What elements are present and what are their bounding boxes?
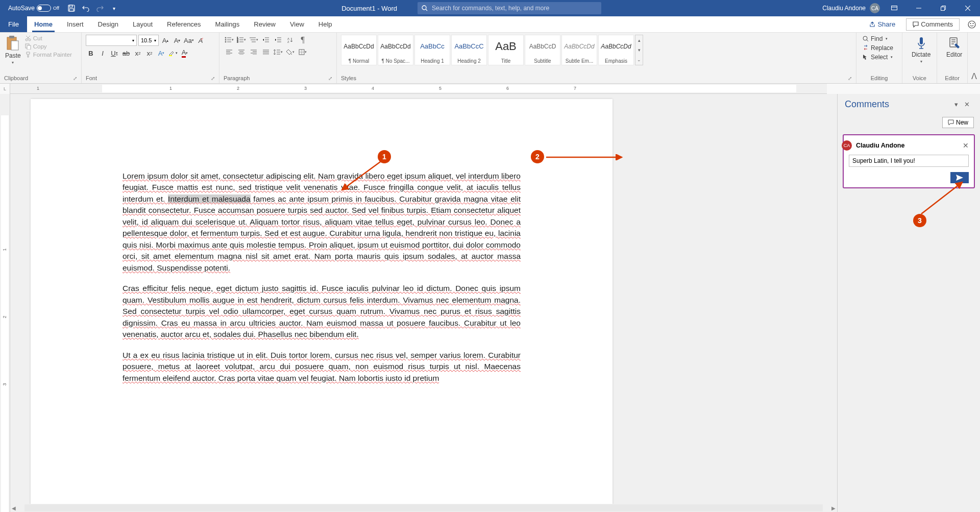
styles-expand-icon[interactable]: ⌄ [635,55,643,65]
editor-button[interactable]: Editor [941,35,967,60]
italic-button[interactable]: I [97,48,108,58]
undo-icon[interactable] [80,2,92,14]
scrollbar-horizontal[interactable]: ◀ ▶ [10,504,837,512]
comment-close-icon[interactable]: ✕ [963,141,969,150]
style-heading1[interactable]: AaBbCcHeading 1 [414,35,450,65]
svg-rect-5 [941,7,945,11]
style-title[interactable]: AaBTitle [488,35,524,65]
maximize-icon[interactable] [933,0,953,16]
tab-review[interactable]: Review [247,16,283,32]
paragraph-1[interactable]: Lorem ipsum dolor sit amet, consectetur … [122,170,521,274]
tab-references[interactable]: References [160,16,208,32]
change-case-icon[interactable]: Aa▾ [184,35,194,45]
numbering-icon[interactable]: 123▾ [236,35,247,45]
font-color-icon[interactable]: A▾ [180,48,190,58]
style-subtitle[interactable]: AaBbCcDSubtitle [525,35,560,65]
autosave-toggle[interactable]: AutoSave Off [4,5,63,12]
comments-button[interactable]: Comments [906,18,960,31]
text-effects-icon[interactable]: A▾ [156,48,166,58]
paragraph-launcher-icon[interactable]: ⤢ [328,76,332,81]
paragraph-3[interactable]: Ut a ex eu risus lacinia tristique ut in… [122,350,521,384]
font-launcher-icon[interactable]: ⤢ [211,76,215,81]
underline-button[interactable]: U▾ [109,48,119,58]
increase-indent-icon[interactable] [273,35,284,45]
strikethrough-button[interactable]: ab [121,48,131,58]
bold-button[interactable]: B [86,48,96,58]
paste-button[interactable]: Paste ▾ [4,35,22,66]
comments-pane-close-icon[interactable]: ✕ [961,100,973,109]
search-box[interactable] [418,2,601,14]
ribbon-display-icon[interactable] [884,0,904,16]
shading-icon[interactable]: ▾ [285,47,296,57]
align-center-icon[interactable] [236,47,247,57]
user-avatar[interactable]: CA [870,3,880,13]
file-tab[interactable]: File [0,16,27,32]
superscript-button[interactable]: x2 [144,48,155,58]
justify-icon[interactable] [260,47,272,57]
style-emphasis[interactable]: AaBbCcDdEmphasis [598,35,634,65]
styles-up-icon[interactable]: ▴ [635,35,643,45]
find-button[interactable]: Find▾ [861,35,895,43]
tab-layout[interactable]: Layout [126,16,160,32]
tab-design[interactable]: Design [91,16,126,32]
ruler-h-track[interactable]: 1 1 2 3 4 5 6 7 [10,84,827,94]
format-painter-button[interactable]: Format Painter [24,51,73,58]
document-page[interactable]: Lorem ipsum dolor sit amet, consectetur … [31,99,612,512]
scroll-right-icon[interactable]: ▶ [830,504,837,511]
comment-input[interactable] [849,155,969,167]
redo-icon[interactable] [94,2,106,14]
user-name[interactable]: Claudiu Andone [822,5,866,12]
replace-button[interactable]: Replace [861,44,895,52]
paragraph-2[interactable]: Cras efficitur felis neque, eget dictum … [122,283,521,340]
tab-insert[interactable]: Insert [60,16,91,32]
show-marks-icon[interactable]: ¶ [297,35,308,45]
clear-formatting-icon[interactable]: A [195,35,206,45]
scroll-left-icon[interactable]: ◀ [10,504,17,511]
style-subtle-emphasis[interactable]: AaBbCcDdSubtle Em... [561,35,597,65]
align-left-icon[interactable] [224,47,235,57]
increase-font-icon[interactable]: A▴ [160,35,170,45]
search-input[interactable] [432,5,597,12]
new-comment-button[interactable]: New [942,117,974,128]
toggle-switch[interactable] [37,5,51,12]
cut-button[interactable]: Cut [24,35,73,42]
annotation-arrow-3 [919,178,967,216]
bullets-icon[interactable]: ▾ [224,35,235,45]
font-family-select[interactable]: ▾ [86,35,137,46]
font-size-select[interactable]: 10.5▾ [138,35,159,46]
decrease-indent-icon[interactable] [260,35,272,45]
paste-label: Paste [5,52,21,59]
tab-help[interactable]: Help [311,16,339,32]
copy-button[interactable]: Copy [24,43,73,50]
subscript-button[interactable]: x2 [133,48,143,58]
clipboard-launcher-icon[interactable]: ⤢ [73,76,77,81]
style-no-spacing[interactable]: AaBbCcDd¶ No Spac... [378,35,413,65]
save-icon[interactable] [65,2,78,14]
line-spacing-icon[interactable]: ▾ [273,47,284,57]
minimize-icon[interactable] [909,0,929,16]
comments-pane-dropdown-icon[interactable]: ▾ [951,100,961,109]
align-right-icon[interactable] [248,47,259,57]
highlight-icon[interactable]: ▾ [168,48,178,58]
decrease-font-icon[interactable]: A▾ [172,35,182,45]
style-heading2[interactable]: AaBbCcCHeading 2 [451,35,487,65]
sort-icon[interactable]: AZ [285,35,296,45]
feedback-icon[interactable] [964,20,980,29]
document-scroll[interactable]: Lorem ipsum dolor sit amet, consectetur … [10,94,837,512]
select-button[interactable]: Select▾ [861,53,895,61]
close-icon[interactable] [958,0,978,16]
dictate-button[interactable]: Dictate ▾ [906,35,936,66]
borders-icon[interactable]: ▾ [297,47,308,57]
tab-home[interactable]: Home [27,16,60,32]
style-normal[interactable]: AaBbCcDd¶ Normal [341,35,377,65]
ruler-vertical[interactable]: 1 2 3 [0,94,10,512]
collapse-ribbon-icon[interactable]: ᐱ [968,33,980,83]
styles-launcher-icon[interactable]: ⤢ [848,76,852,81]
customize-qat-icon[interactable]: ▾ [108,2,120,14]
styles-down-icon[interactable]: ▾ [635,45,643,55]
share-button[interactable]: Share [863,18,902,31]
tab-mailings[interactable]: Mailings [208,16,247,32]
scroll-h-track[interactable] [24,504,823,511]
multilevel-icon[interactable]: ▾ [248,35,259,45]
tab-view[interactable]: View [283,16,311,32]
